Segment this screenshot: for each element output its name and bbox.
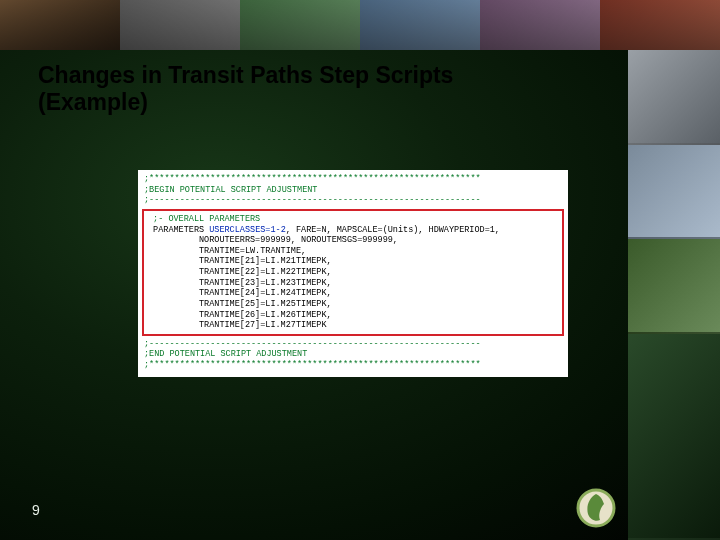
banner-segment [0, 0, 120, 50]
side-image-strip [628, 50, 720, 540]
slide-body: Changes in Transit Paths Step Scripts (E… [0, 50, 720, 540]
code-line: ;- OVERALL PARAMETERS [148, 214, 260, 224]
side-segment [628, 145, 720, 240]
banner-segment [240, 0, 360, 50]
code-line: TRANTIME[27]=LI.M27TIMEPK [148, 320, 327, 330]
title-line-1: Changes in Transit Paths Step Scripts [38, 62, 453, 88]
code-line: PARAMETERS USERCLASSES=1-2, FARE=N, MAPS… [148, 225, 500, 235]
side-segment [628, 50, 720, 145]
title-line-2: (Example) [38, 89, 148, 115]
code-line: TRANTIME[26]=LI.M26TIMEPK, [148, 310, 332, 320]
slide-title: Changes in Transit Paths Step Scripts (E… [38, 62, 610, 116]
top-image-banner [0, 0, 720, 52]
county-logo-icon [576, 488, 616, 528]
code-line: ;BEGIN POTENTIAL SCRIPT ADJUSTMENT [144, 185, 562, 196]
code-line: TRANTIME[25]=LI.M25TIMEPK, [148, 299, 332, 309]
code-line: ;***************************************… [144, 360, 562, 371]
side-segment [628, 334, 720, 540]
code-line: TRANTIME[21]=LI.M21TIMEPK, [148, 256, 332, 266]
code-line: NOROUTEERRS=999999, NOROUTEMSGS=999999, [148, 235, 398, 245]
page-number: 9 [32, 502, 40, 518]
code-line: ;---------------------------------------… [144, 339, 562, 350]
banner-segment [360, 0, 480, 50]
side-segment [628, 239, 720, 334]
code-line: ;END POTENTIAL SCRIPT ADJUSTMENT [144, 349, 562, 360]
code-line: TRANTIME[22]=LI.M22TIMEPK, [148, 267, 332, 277]
code-example-box: ;***************************************… [138, 170, 568, 377]
code-line: TRANTIME=LW.TRANTIME, [148, 246, 306, 256]
highlighted-code-block: ;- OVERALL PARAMETERS PARAMETERS USERCLA… [142, 209, 564, 336]
code-line: TRANTIME[24]=LI.M24TIMEPK, [148, 288, 332, 298]
banner-segment [480, 0, 600, 50]
banner-segment [600, 0, 720, 50]
code-line: ;***************************************… [144, 174, 562, 185]
code-line: ;---------------------------------------… [144, 195, 562, 206]
banner-segment [120, 0, 240, 50]
code-line: TRANTIME[23]=LI.M23TIMEPK, [148, 278, 332, 288]
